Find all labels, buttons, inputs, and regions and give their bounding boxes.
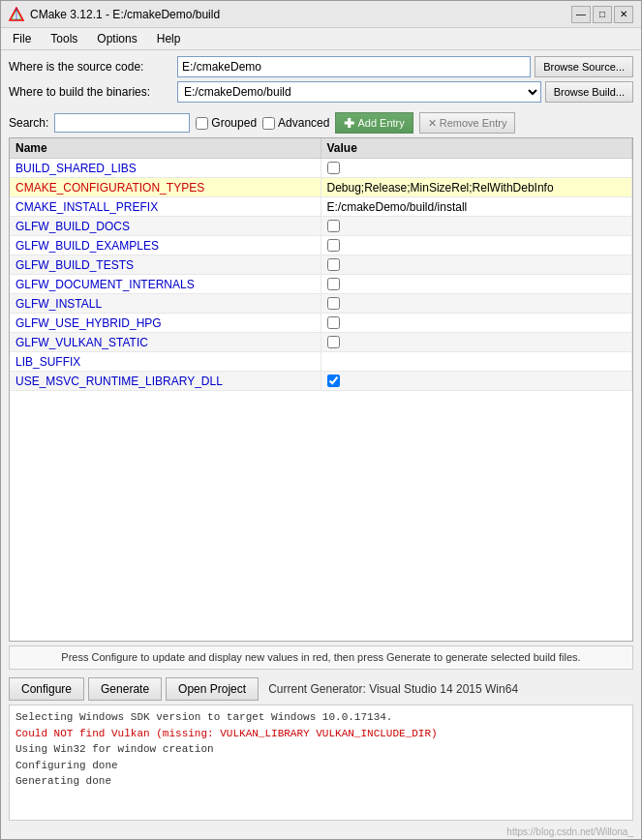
table-cell-name: GLFW_BUILD_TESTS — [10, 255, 321, 274]
table-row[interactable]: CMAKE_CONFIGURATION_TYPESDebug;Release;M… — [10, 178, 632, 197]
form-area: Where is the source code: Browse Source.… — [1, 50, 641, 108]
generator-label: Current Generator: Visual Studio 14 2015… — [262, 682, 524, 696]
table-cell-name: GLFW_DOCUMENT_INTERNALS — [10, 275, 321, 293]
source-label: Where is the source code: — [9, 60, 173, 74]
col-value-header: Value — [321, 138, 633, 158]
menu-options[interactable]: Options — [89, 30, 144, 47]
generate-button[interactable]: Generate — [88, 677, 162, 701]
browse-build-button[interactable]: Browse Build... — [545, 81, 633, 103]
grouped-checkbox-label[interactable]: Grouped — [196, 116, 257, 130]
action-row: Configure Generate Open Project Current … — [1, 674, 641, 705]
entry-checkbox[interactable] — [327, 297, 340, 310]
advanced-label: Advanced — [278, 116, 329, 130]
close-button[interactable]: ✕ — [614, 6, 633, 23]
search-label: Search: — [9, 116, 48, 130]
title-bar: CMake 3.12.1 - E:/cmakeDemo/build — □ ✕ — [1, 1, 641, 28]
plus-icon: ✚ — [344, 116, 354, 131]
table-row[interactable]: GLFW_BUILD_EXAMPLES — [10, 236, 632, 255]
open-project-button[interactable]: Open Project — [166, 677, 259, 701]
table-cell-name: GLFW_BUILD_EXAMPLES — [10, 236, 321, 255]
table-cell-value: Debug;Release;MinSizeRel;RelWithDebInfo — [321, 178, 633, 196]
source-row: Where is the source code: Browse Source.… — [9, 56, 633, 77]
table-cell-value[interactable] — [321, 314, 633, 332]
table-row[interactable]: GLFW_BUILD_DOCS — [10, 217, 632, 236]
main-window: CMake 3.12.1 - E:/cmakeDemo/build — □ ✕ … — [0, 0, 642, 840]
menu-bar: File Tools Options Help — [1, 28, 641, 50]
binaries-label: Where to build the binaries: — [9, 85, 173, 99]
entry-checkbox[interactable] — [327, 336, 340, 348]
grouped-checkbox[interactable] — [196, 117, 208, 130]
log-line: Could NOT find Vulkan (missing: VULKAN_L… — [15, 726, 627, 742]
table-cell-value[interactable] — [321, 255, 633, 274]
advanced-checkbox-label[interactable]: Advanced — [262, 116, 329, 130]
table-row[interactable]: GLFW_INSTALL — [10, 294, 632, 314]
log-line: Generating done — [15, 773, 627, 790]
log-line: Configuring done — [15, 758, 627, 774]
remove-entry-button[interactable]: ✕ Remove Entry — [419, 112, 516, 134]
table-cell-name: GLFW_USE_HYBRID_HPG — [10, 314, 321, 332]
table-cell-value[interactable] — [321, 294, 633, 313]
log-line: Using Win32 for window creation — [15, 741, 627, 758]
entry-checkbox[interactable] — [327, 239, 340, 252]
table-cell-value[interactable] — [321, 275, 633, 293]
table-cell-value[interactable] — [321, 217, 633, 235]
maximize-button[interactable]: □ — [593, 6, 612, 23]
grouped-label: Grouped — [211, 116, 257, 130]
table-cell-name: GLFW_BUILD_DOCS — [10, 217, 321, 235]
table-cell-name: CMAKE_CONFIGURATION_TYPES — [10, 178, 321, 196]
entry-checkbox[interactable] — [327, 162, 340, 174]
title-bar-left: CMake 3.12.1 - E:/cmakeDemo/build — [9, 7, 220, 22]
table-cell-value[interactable] — [321, 372, 633, 390]
source-input[interactable] — [177, 56, 531, 77]
config-table: Name Value BUILD_SHARED_LIBSCMAKE_CONFIG… — [9, 137, 633, 642]
status-area: Press Configure to update and display ne… — [9, 645, 633, 670]
entry-checkbox[interactable] — [327, 375, 340, 387]
log-area: Selecting Windows SDK version to target … — [9, 705, 633, 821]
table-row[interactable]: GLFW_BUILD_TESTS — [10, 255, 632, 275]
table-cell-value: E:/cmakeDemo/build/install — [321, 197, 633, 216]
table-row[interactable]: LIB_SUFFIX — [10, 352, 632, 372]
table-row[interactable]: USE_MSVC_RUNTIME_LIBRARY_DLL — [10, 372, 632, 391]
table-row[interactable]: GLFW_DOCUMENT_INTERNALS — [10, 275, 632, 294]
x-icon: ✕ — [428, 117, 437, 130]
table-row[interactable]: GLFW_VULKAN_STATIC — [10, 333, 632, 352]
menu-help[interactable]: Help — [149, 30, 189, 47]
table-cell-name: LIB_SUFFIX — [10, 352, 321, 371]
table-cell-value[interactable] — [321, 333, 633, 351]
add-entry-button[interactable]: ✚ Add Entry — [335, 112, 413, 134]
entry-checkbox[interactable] — [327, 220, 340, 232]
table-cell-name: BUILD_SHARED_LIBS — [10, 159, 321, 177]
search-input[interactable] — [54, 113, 190, 133]
menu-tools[interactable]: Tools — [43, 30, 85, 47]
browse-source-button[interactable]: Browse Source... — [535, 56, 633, 77]
table-cell-name: USE_MSVC_RUNTIME_LIBRARY_DLL — [10, 372, 321, 390]
table-body: BUILD_SHARED_LIBSCMAKE_CONFIGURATION_TYP… — [10, 159, 632, 391]
configure-button[interactable]: Configure — [9, 677, 84, 701]
entry-checkbox[interactable] — [327, 258, 340, 271]
window-controls: — □ ✕ — [571, 6, 633, 23]
entry-checkbox[interactable] — [327, 278, 340, 290]
window-title: CMake 3.12.1 - E:/cmakeDemo/build — [30, 8, 220, 21]
table-cell-value[interactable] — [321, 236, 633, 255]
binaries-row: Where to build the binaries: E:/cmakeDem… — [9, 81, 633, 103]
advanced-checkbox[interactable] — [262, 117, 275, 130]
log-line: Selecting Windows SDK version to target … — [15, 709, 627, 726]
binaries-select[interactable]: E:/cmakeDemo/build — [177, 81, 541, 103]
table-cell-value — [321, 352, 633, 371]
entry-checkbox[interactable] — [327, 316, 340, 329]
table-cell-name: CMAKE_INSTALL_PREFIX — [10, 197, 321, 216]
watermark: https://blog.csdn.net/Willona_ — [1, 825, 641, 839]
status-text: Press Configure to update and display ne… — [61, 651, 580, 663]
table-cell-name: GLFW_VULKAN_STATIC — [10, 333, 321, 351]
minimize-button[interactable]: — — [571, 6, 591, 23]
table-row[interactable]: GLFW_USE_HYBRID_HPG — [10, 314, 632, 333]
table-row[interactable]: CMAKE_INSTALL_PREFIXE:/cmakeDemo/build/i… — [10, 197, 632, 217]
col-name-header: Name — [10, 138, 321, 158]
table-cell-name: GLFW_INSTALL — [10, 294, 321, 313]
table-header: Name Value — [10, 138, 632, 159]
menu-file[interactable]: File — [5, 30, 39, 47]
search-row: Search: Grouped Advanced ✚ Add Entry ✕ R… — [1, 108, 641, 137]
table-row[interactable]: BUILD_SHARED_LIBS — [10, 159, 632, 178]
app-icon — [9, 7, 24, 22]
table-cell-value[interactable] — [321, 159, 633, 177]
